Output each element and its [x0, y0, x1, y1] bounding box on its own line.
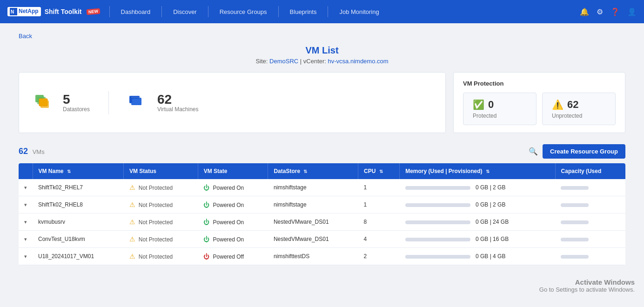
memory-value: 0 GB | 2 GB	[476, 201, 505, 208]
powered-off-icon: ⏻	[203, 253, 209, 260]
nav-blueprints[interactable]: Blueprints	[284, 8, 322, 15]
memory-bar	[405, 220, 470, 224]
sort-datastore[interactable]: ⇅	[303, 169, 307, 174]
memory-value: 0 GB | 4 GB	[476, 253, 505, 260]
nav-divider-3	[208, 6, 208, 17]
capacity-cell	[555, 196, 625, 214]
sort-memory[interactable]: ⇅	[486, 169, 490, 174]
memory-cell: 0 GB | 4 GB	[400, 248, 555, 265]
col-datastore[interactable]: DataStore ⇅	[268, 163, 358, 179]
vms-label: Virtual Machines	[157, 106, 199, 113]
datastore-cell: nimshiftstage	[268, 196, 358, 214]
svg-rect-5	[40, 100, 49, 108]
page-title: VM List	[19, 45, 625, 56]
expand-button[interactable]: ▾	[24, 202, 27, 207]
capacity-bar	[561, 238, 589, 241]
expand-button[interactable]: ▾	[24, 219, 27, 225]
vm-status-cell: ⚠ Not Protected	[124, 214, 198, 231]
nav-job-monitoring[interactable]: Job Monitoring	[334, 8, 384, 15]
nav-dashboard[interactable]: Dashboard	[115, 8, 156, 15]
vm-count: 62	[19, 147, 28, 156]
vcenter-label: | vCenter:	[300, 58, 328, 65]
protection-card: VM Protection ✅ 0 Protected ⚠️ 62 Unprot…	[453, 72, 625, 133]
table-row: ▾ ConvTest_U18kvm ⚠ Not Protected ⏻ Powe…	[19, 231, 625, 248]
memory-value: 0 GB | 2 GB	[476, 184, 505, 191]
expand-cell: ▾	[19, 231, 33, 248]
warning-icon: ⚠	[129, 184, 135, 191]
table-header-row: 62 VMs 🔍 Create Resource Group	[19, 144, 625, 159]
stats-card: 5 Datastores 62 Virtual Machines	[19, 72, 446, 133]
state-label: Powered On	[213, 236, 244, 243]
memory-cell: 0 GB | 2 GB	[400, 196, 555, 214]
nav-resource-groups[interactable]: Resource Groups	[214, 8, 273, 15]
datastore-icon	[33, 91, 56, 114]
table-row: ▾ ShiftTk02_RHEL7 ⚠ Not Protected ⏻ Powe…	[19, 179, 625, 196]
capacity-bar	[561, 203, 589, 207]
protected-header: ✅ 0	[473, 99, 494, 111]
capacity-bar	[561, 255, 589, 259]
capacity-bar	[561, 220, 589, 224]
site-name-link: DemoSRC	[269, 58, 298, 65]
vm-count-label: VMs	[33, 148, 45, 155]
vm-state-cell: ⏻ Powered On	[198, 196, 268, 214]
table-header: VM Name ⇅ VM Status VM State DataStore ⇅…	[19, 163, 625, 179]
protection-title: VM Protection	[463, 80, 616, 87]
memory-value: 0 GB | 16 GB	[476, 236, 509, 242]
cpu-cell: 8	[358, 214, 400, 231]
vms-text: 62 Virtual Machines	[157, 93, 199, 113]
warning-icon: ⚠	[129, 235, 135, 243]
expand-button[interactable]: ▾	[24, 185, 27, 190]
warning-icon: ⚠	[129, 253, 135, 260]
datastores-text: 5 Datastores	[63, 93, 90, 113]
expand-cell: ▾	[19, 248, 33, 265]
unprotected-item: ⚠️ 62 Unprotected	[542, 93, 616, 125]
create-resource-group-button[interactable]: Create Resource Group	[543, 144, 625, 159]
expand-cell: ▾	[19, 196, 33, 214]
nav-divider-2	[161, 6, 162, 17]
col-memory[interactable]: Memory (Used | Provisioned) ⇅	[400, 163, 555, 179]
col-capacity: Capacity (Used	[555, 163, 625, 179]
svg-rect-9	[132, 99, 141, 105]
unprotected-count: 62	[567, 99, 578, 111]
vcenter-link: hv-vcsa.nimdemo.com	[328, 58, 389, 65]
capacity-bar	[561, 186, 589, 190]
user-icon[interactable]: 👤	[627, 7, 637, 16]
unprotected-header: ⚠️ 62	[552, 99, 578, 111]
bell-icon[interactable]: 🔔	[580, 7, 589, 16]
col-cpu[interactable]: CPU ⇅	[358, 163, 400, 179]
sort-vm-name[interactable]: ⇅	[67, 169, 71, 174]
datastore-cell: nimshifttestDS	[268, 248, 358, 265]
vm-name-cell: ConvTest_U18kvm	[33, 231, 124, 248]
search-icon[interactable]: 🔍	[529, 147, 538, 156]
state-label: Powered On	[213, 219, 244, 226]
memory-cell: 0 GB | 2 GB	[400, 179, 555, 196]
protected-item: ✅ 0 Protected	[463, 93, 537, 125]
warning-icon: ⚠	[129, 218, 135, 226]
protected-label: Protected	[473, 113, 496, 119]
vm-count-display: 62 VMs	[19, 147, 45, 156]
not-protected-label: Not Protected	[139, 219, 173, 226]
expand-button[interactable]: ▾	[24, 236, 27, 242]
stat-divider	[108, 91, 109, 114]
vm-status-cell: ⚠ Not Protected	[124, 196, 198, 214]
table-actions: 🔍 Create Resource Group	[529, 144, 625, 159]
gear-icon[interactable]: ⚙	[597, 7, 603, 16]
vms-count: 62	[157, 93, 199, 106]
datastores-label: Datastores	[63, 106, 90, 113]
memory-bar	[405, 186, 470, 190]
not-protected-label: Not Protected	[139, 202, 173, 208]
netapp-logo: N NetApp	[7, 7, 41, 16]
navbar-right: 🔔 ⚙ ❓ 👤	[580, 7, 637, 16]
back-link[interactable]: Back	[19, 33, 32, 40]
state-label: Powered Off	[213, 254, 244, 260]
cpu-cell: 1	[358, 196, 400, 214]
protected-count: 0	[488, 99, 494, 111]
help-icon[interactable]: ❓	[610, 7, 620, 16]
toolkit-name: Shift Toolkit	[45, 8, 82, 15]
sort-cpu[interactable]: ⇅	[379, 169, 383, 174]
nav-discover[interactable]: Discover	[168, 8, 202, 15]
vm-state-cell: ⏻ Powered On	[198, 231, 268, 248]
expand-button[interactable]: ▾	[24, 254, 27, 259]
col-vm-name[interactable]: VM Name ⇅	[33, 163, 124, 179]
datastore-cell: NestedVMware_DS01	[268, 214, 358, 231]
